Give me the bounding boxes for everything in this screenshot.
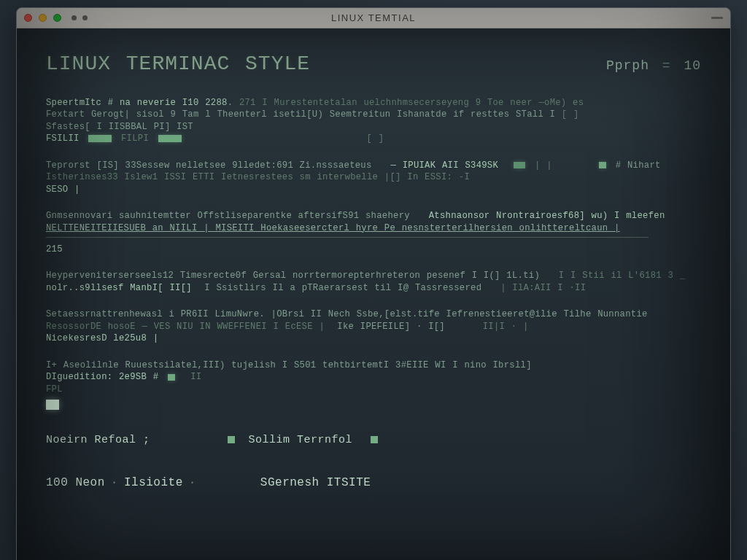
text: SESO | <box>46 184 80 195</box>
text: I I Stii il L'6181 3 _ <box>559 271 686 281</box>
output-line: FPL <box>46 384 701 395</box>
text: Fextart Gerogt| sisol 9 Tam l Theenterl … <box>46 109 555 120</box>
output-line: Heyperveniterserseels12 Timesrecte0f Ger… <box>46 270 701 281</box>
output-line: nolr..s9llsesf ManbI[ II[] I Ssistlirs I… <box>46 282 701 294</box>
progress-bar-icon <box>514 162 525 168</box>
text: Istherinses33 Islew1 ISSI ETTI Ietnesres… <box>46 172 470 182</box>
text: 271 I Murestentetalan uelchnhmsecerseyen… <box>239 98 584 108</box>
footer-action: SGernesh ITSITE <box>260 475 371 491</box>
text: I Ssistlirs Il a pTRaerarsest til I@ Tas… <box>204 283 481 293</box>
text: ResossorDE hosoE — VES NIU IN WWEFFENEI … <box>46 322 325 332</box>
output-line: Sfastes[ I IISBBAL PI] IST <box>46 121 701 133</box>
output-line: FSILII FILPI [ ] <box>46 133 701 144</box>
output-line: DIguedition: 2e9SB # II <box>46 371 701 383</box>
output-line: I+ Aseolilnle Ruuestsilatel,III) tujelis… <box>46 359 701 371</box>
separator-icon: · <box>189 476 196 489</box>
output-line: SESO | <box>46 184 701 195</box>
output-line: 215 <box>46 244 701 255</box>
text: # Nihart <box>616 160 661 171</box>
text: FILPI <box>121 133 149 144</box>
output-block: Heyperveniterserseels12 Timesrecte0f Ger… <box>46 270 701 294</box>
terminal-window: LInux Temtial LINUX TERMINAC STYLE Pprph… <box>16 7 731 560</box>
text: II|I · | <box>483 322 529 332</box>
output-line: SpeertmItc # na neverie I10 2288. 271 I … <box>46 97 701 109</box>
pph-readout: Pprph = 10 <box>606 57 701 74</box>
text: 215 <box>46 244 63 254</box>
text: 100 Neon <box>46 476 105 489</box>
output-block: Gnmsennovari sauhnitemtter Offstlisepare… <box>46 210 701 255</box>
header-row: LINUX TERMINAC STYLE Pprph = 10 <box>46 50 701 78</box>
page-title: LINUX TERMINAC STYLE <box>46 50 310 78</box>
text: — IPUIAK AII S349SK <box>390 160 498 171</box>
text: Setaessrnattrenhewasl i PR6II LimuNwre. … <box>46 309 648 319</box>
pph-label: Pprph <box>606 58 649 73</box>
text: SpeertmItc # na neverie I10 2288 <box>46 98 228 108</box>
text: nolr..s9llsesf ManbI[ II[] <box>46 283 192 293</box>
text: DIguedition: 2e9SB # <box>46 372 158 382</box>
text: Atshnaonsor Nrontrairoesf68] wu) I mleef… <box>429 211 665 221</box>
output-line: NELTTENEITEIIESUEB an NIILI | MISEITI Ho… <box>46 222 701 234</box>
output-line: Teprorst [IS] 33Sessew nelletsee 9lledet… <box>46 160 701 171</box>
output-line: Gnmsennovari sauhnitemtter Offstlisepare… <box>46 210 701 222</box>
progress-bar-icon <box>599 162 606 168</box>
window-title: LInux Temtial <box>17 12 730 23</box>
progress-bar-icon <box>158 135 182 142</box>
output-line: ResossorDE hosoE — VES NIU IN WWEFFENEI … <box>46 321 701 332</box>
terminal-content[interactable]: LINUX TERMINAC STYLE Pprph = 10 SpeertmI… <box>17 28 730 506</box>
titlebar[interactable]: LInux Temtial <box>17 8 730 28</box>
text: Sollim Terrnfol <box>249 434 353 446</box>
text: Gnmsennovari sauhnitemtter Offstlisepare… <box>46 211 410 221</box>
footer-left: Noeirn Refoal ; <box>46 433 150 448</box>
progress-bar-icon <box>88 135 112 142</box>
output-block: I+ Aseolilnle Ruuestsilatel,III) tujelis… <box>46 359 701 414</box>
output-line: Istherinses33 Islew1 ISSI ETTI Ietnesres… <box>46 171 701 183</box>
text: FPL <box>46 384 63 394</box>
footer-right: Sollim Terrnfol <box>223 433 379 448</box>
pph-value: 10 <box>684 58 701 73</box>
text: NicekesresD le25u8 | <box>46 333 158 343</box>
text: [ ] <box>562 109 579 120</box>
link-text[interactable]: NELTTENEITEIIESUEB an NIILI | MISEITI Ho… <box>46 223 620 233</box>
output-block: Teprorst [IS] 33Sessew nelletsee 9lledet… <box>46 160 701 195</box>
text: | IlA:AII I ·II <box>500 283 586 293</box>
footer-row-a: Noeirn Refoal ; Sollim Terrnfol <box>46 433 701 448</box>
divider <box>46 237 649 238</box>
output-block: SpeertmItc # na neverie I10 2288. 271 I … <box>46 97 701 145</box>
chip-icon <box>228 436 235 443</box>
output-line: Setaessrnattrenhewasl i PR6II LimuNwre. … <box>46 308 701 320</box>
progress-bar-icon <box>168 374 175 381</box>
text: II <box>190 372 201 382</box>
output-line: Fextart Gerogt| sisol 9 Tam l Theenterl … <box>46 109 701 120</box>
text: FSILII <box>46 133 80 144</box>
text: Sfastes[ I IISBBAL PI] IST <box>46 122 193 132</box>
text: Teprorst [IS] 33Sessew nelletsee 9lledet… <box>46 160 372 171</box>
separator-icon: · <box>111 476 118 489</box>
text: Heyperveniterserseels12 Timesrecte0f Ger… <box>46 271 540 281</box>
cursor-line <box>46 395 701 413</box>
cursor-icon <box>46 400 59 410</box>
text: I+ Aseolilnle Ruuestsilatel,III) tujelis… <box>46 360 532 370</box>
text: Ilsioite <box>124 476 183 489</box>
output-block: Setaessrnattrenhewasl i PR6II LimuNwre. … <box>46 308 701 344</box>
output-line: NicekesresD le25u8 | <box>46 332 701 344</box>
chip-icon <box>371 436 378 443</box>
footer-status: 100 Neon·Ilsioite· <box>46 475 202 491</box>
text: Ike IPEFEILE] · I[] <box>337 322 445 332</box>
equals-icon: = <box>654 58 679 73</box>
footer-row-b: 100 Neon·Ilsioite· SGernesh ITSITE <box>46 475 701 491</box>
